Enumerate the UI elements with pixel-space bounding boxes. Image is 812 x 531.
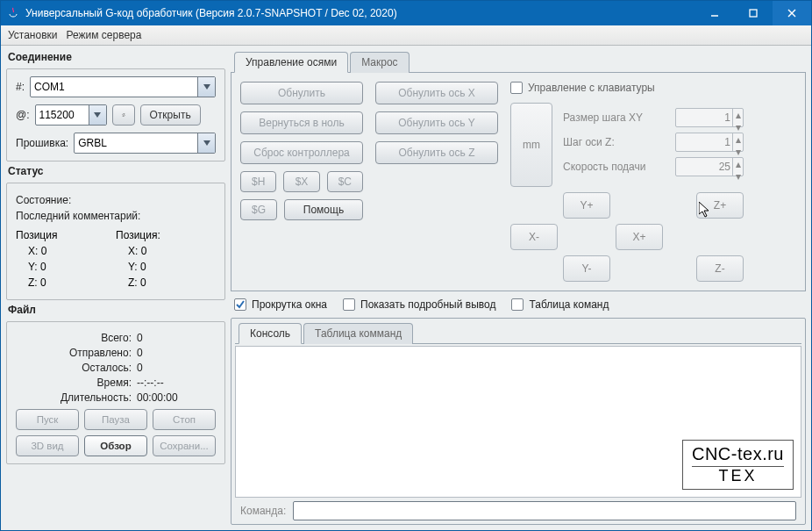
units-button[interactable]: mm xyxy=(510,103,552,187)
file-panel: Всего:0 Отправлено:0 Осталось:0 Время:--… xyxy=(6,321,225,464)
refresh-button[interactable] xyxy=(112,104,135,126)
home-button[interactable]: $H xyxy=(240,171,276,192)
reset-controller-button[interactable]: Сброс контроллера xyxy=(240,141,363,164)
checkbox-icon xyxy=(343,298,355,311)
java-icon xyxy=(6,6,20,20)
checkbox-icon xyxy=(511,298,524,311)
step-xy-input[interactable]: 1▴▾ xyxy=(675,108,744,127)
maximize-button[interactable] xyxy=(734,1,773,25)
checkbox-checked-icon xyxy=(234,298,246,311)
jog-z-minus[interactable]: Z- xyxy=(696,255,744,282)
step-z-label: Шаг оси Z: xyxy=(563,136,668,148)
run-button[interactable]: Пуск xyxy=(16,409,79,430)
step-z-input[interactable]: 1▴▾ xyxy=(675,133,744,152)
help-button[interactable]: Помощь xyxy=(284,199,363,220)
feed-label: Скорость подачи xyxy=(563,161,668,173)
time-value: --:--:-- xyxy=(137,377,216,389)
output-options: Прокрутка окна Показать подробный вывод … xyxy=(231,297,806,312)
remaining-label: Осталось: xyxy=(16,362,137,374)
machine-pos-z: Z: 0 xyxy=(28,276,116,289)
chevron-down-icon xyxy=(197,77,215,97)
console-panel: Консоль Таблица комманд CNC-tex.ru TEX К… xyxy=(231,318,806,525)
total-value: 0 xyxy=(137,332,216,344)
keyboard-control-check[interactable]: Управление с клавиатуры xyxy=(510,82,796,94)
command-label: Команда: xyxy=(240,505,286,517)
axis-control-container: Управление осями Макрос Обнулить Вернуть… xyxy=(231,51,806,291)
port-select[interactable]: COM1 xyxy=(30,76,216,97)
firmware-select[interactable]: GRBL xyxy=(74,133,216,154)
duration-label: Длительность: xyxy=(16,391,137,404)
minimize-button[interactable] xyxy=(695,1,734,25)
title-bar: Универсальный G-код обработчик (Версия 2… xyxy=(1,1,811,25)
console-output[interactable]: CNC-tex.ru TEX xyxy=(235,346,801,498)
work-pos-header: Позиция: xyxy=(116,229,216,241)
work-pos-y: Y: 0 xyxy=(128,261,216,273)
chevron-down-icon xyxy=(197,133,215,153)
state-label: Состояние: xyxy=(16,194,216,206)
machine-pos-header: Позиция xyxy=(16,229,116,241)
command-input[interactable] xyxy=(293,501,796,520)
tab-macro[interactable]: Макрос xyxy=(350,52,409,73)
file-title: Файл xyxy=(8,304,225,316)
zero-z-button[interactable]: Обнулить ось Z xyxy=(375,141,498,164)
menu-bar: Установки Режим сервера xyxy=(1,25,811,46)
save-button[interactable]: Сохрани... xyxy=(153,435,216,456)
baud-select[interactable]: 115200 xyxy=(35,104,107,126)
jog-y-plus[interactable]: Y+ xyxy=(563,192,610,219)
pause-button[interactable]: Пауза xyxy=(84,409,147,430)
command-table-check[interactable]: Таблица команд xyxy=(511,298,609,311)
zero-button[interactable]: Обнулить xyxy=(240,82,363,104)
sent-label: Отправлено: xyxy=(16,347,137,359)
view3d-button[interactable]: 3D вид xyxy=(16,435,79,456)
zero-y-button[interactable]: Обнулить ось Y xyxy=(375,111,498,134)
jog-x-minus[interactable]: X- xyxy=(510,224,558,250)
feed-input[interactable]: 25▴▾ xyxy=(675,157,744,176)
duration-value: 00:00:00 xyxy=(137,391,216,404)
port-label: #: xyxy=(16,81,25,93)
work-pos-z: Z: 0 xyxy=(128,276,216,289)
firmware-label: Прошивка: xyxy=(16,137,68,149)
machine-pos-x: X: 0 xyxy=(28,245,116,257)
watermark: CNC-tex.ru TEX xyxy=(682,440,794,490)
sent-value: 0 xyxy=(137,347,216,359)
last-comment-label: Последний комментарий: xyxy=(16,210,216,222)
gstate-button[interactable]: $G xyxy=(240,199,277,220)
check-button[interactable]: $C xyxy=(327,171,363,192)
connection-panel: #: COM1 @: 115200 Открыть xyxy=(6,68,225,161)
baud-label: @: xyxy=(16,109,30,121)
verbose-check[interactable]: Показать подробный вывод xyxy=(343,298,495,311)
chevron-down-icon xyxy=(89,105,106,125)
jog-y-minus[interactable]: Y- xyxy=(563,255,610,282)
stop-button[interactable]: Стоп xyxy=(153,409,216,430)
zero-x-button[interactable]: Обнулить ось X xyxy=(375,82,498,104)
jog-z-plus[interactable]: Z+ xyxy=(696,192,744,219)
open-button[interactable]: Открыть xyxy=(140,104,201,126)
machine-pos-y: Y: 0 xyxy=(28,261,116,273)
remaining-value: 0 xyxy=(137,362,216,374)
menu-settings[interactable]: Установки xyxy=(8,29,57,41)
status-panel: Состояние: Последний комментарий: Позици… xyxy=(6,183,225,300)
time-label: Время: xyxy=(16,377,137,389)
total-label: Всего: xyxy=(16,332,137,344)
tab-axis-control[interactable]: Управление осями xyxy=(234,52,348,73)
menu-server[interactable]: Режим сервера xyxy=(66,29,141,41)
connection-title: Соединение xyxy=(8,51,225,63)
tab-console[interactable]: Консоль xyxy=(239,323,302,344)
window-title: Универсальный G-код обработчик (Версия 2… xyxy=(25,7,695,19)
return-zero-button[interactable]: Вернуться в ноль xyxy=(240,111,363,134)
work-pos-x: X: 0 xyxy=(128,245,216,257)
tab-command-table[interactable]: Таблица комманд xyxy=(303,323,413,344)
step-xy-label: Размер шага XY xyxy=(563,111,668,124)
svg-rect-1 xyxy=(750,10,757,17)
checkbox-icon xyxy=(510,82,523,94)
unlock-button[interactable]: $X xyxy=(283,171,319,192)
close-button[interactable] xyxy=(773,1,811,25)
scroll-check[interactable]: Прокрутка окна xyxy=(234,298,327,311)
browse-button[interactable]: Обзор xyxy=(84,435,147,456)
jog-x-plus[interactable]: X+ xyxy=(616,224,663,250)
status-title: Статус xyxy=(8,165,225,177)
